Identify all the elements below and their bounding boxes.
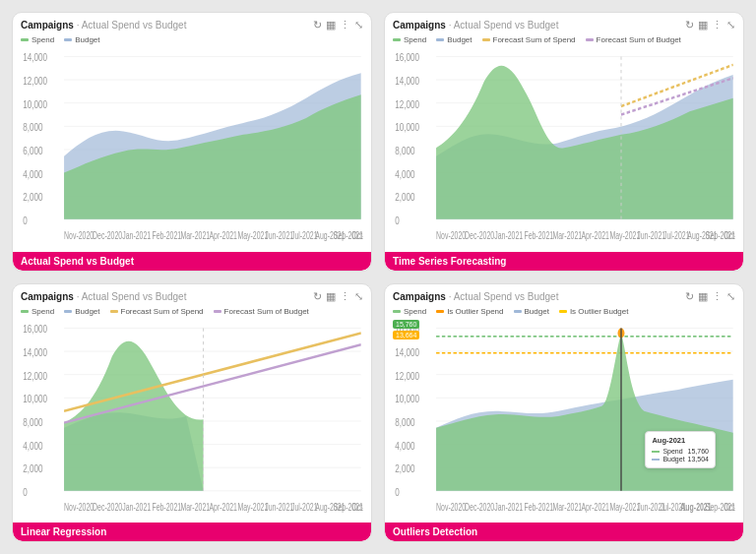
svg-text:Oct-2021: Oct-2021	[724, 230, 735, 242]
svg-text:Jan-2021: Jan-2021	[122, 230, 151, 242]
legend-forecast-spend-3: Forecast Sum of Spend	[110, 307, 204, 316]
svg-text:Dec-2020: Dec-2020	[465, 230, 494, 242]
expand-icon-3[interactable]: ⤡	[354, 290, 363, 303]
chart-header-1: Campaigns · Actual Spend vs Budget ↻ ▦ ⋮…	[13, 13, 371, 33]
svg-text:8,000: 8,000	[395, 415, 415, 428]
expand-icon[interactable]: ⤡	[354, 19, 363, 31]
svg-text:14,000: 14,000	[395, 75, 419, 88]
chart-area-4: 15,760 13,664 16,000 14,000 12,000 10,00…	[385, 318, 743, 523]
legend-budget-1: Budget	[64, 35, 99, 44]
outlier-tooltip: Aug-2021 Spend 15,760 Budget 13,504	[645, 431, 716, 468]
svg-text:6,000: 6,000	[23, 145, 43, 157]
legend-budget-3: Budget	[64, 307, 99, 316]
chart-svg-2: 16,000 14,000 12,000 10,000 8,000 4,000 …	[393, 48, 735, 248]
chart-header-2: Campaigns · Actual Spend vs Budget ↻ ▦ ⋮…	[385, 13, 743, 33]
bar-chart-icon-4[interactable]: ▦	[698, 290, 708, 303]
card-footer-2: Time Series Forecasting	[385, 252, 743, 271]
chart-legend-3: Spend Budget Forecast Sum of Spend Forec…	[13, 305, 371, 318]
chart-icons-3[interactable]: ↻ ▦ ⋮ ⤡	[313, 290, 363, 303]
svg-text:2,000: 2,000	[23, 462, 43, 474]
svg-text:Apr-2021: Apr-2021	[581, 501, 609, 513]
svg-text:Mar-2021: Mar-2021	[180, 501, 210, 513]
refresh-icon-2[interactable]: ↻	[685, 19, 694, 31]
svg-text:Jul-2021: Jul-2021	[291, 230, 318, 242]
svg-text:10,000: 10,000	[23, 97, 47, 110]
chart-svg-4: 16,000 14,000 12,000 10,000 8,000 4,000 …	[393, 320, 735, 520]
refresh-icon-4[interactable]: ↻	[685, 290, 694, 303]
expand-icon-2[interactable]: ⤡	[726, 19, 735, 31]
svg-text:Apr-2021: Apr-2021	[209, 501, 237, 513]
legend-forecast-spend-2: Forecast Sum of Spend	[482, 35, 576, 44]
svg-text:10,000: 10,000	[23, 392, 47, 404]
svg-text:14,000: 14,000	[395, 345, 419, 358]
svg-text:Nov-2020: Nov-2020	[436, 501, 466, 513]
svg-text:Oct-2021: Oct-2021	[724, 501, 735, 513]
svg-text:2,000: 2,000	[23, 191, 43, 204]
svg-text:12,000: 12,000	[23, 75, 47, 88]
svg-text:8,000: 8,000	[23, 415, 43, 428]
svg-text:Jun-2021: Jun-2021	[637, 230, 665, 242]
refresh-icon-3[interactable]: ↻	[313, 290, 322, 303]
svg-text:0: 0	[395, 485, 400, 498]
expand-icon-4[interactable]: ⤡	[726, 290, 735, 303]
svg-text:16,000: 16,000	[395, 51, 419, 64]
chart-legend-1: Spend Budget	[13, 33, 371, 46]
tooltip-title: Aug-2021	[652, 436, 709, 445]
svg-text:Jan-2021: Jan-2021	[122, 501, 151, 513]
flag-budget: 13,664	[393, 331, 419, 339]
svg-text:16,000: 16,000	[23, 323, 47, 336]
svg-text:Dec-2020: Dec-2020	[93, 230, 122, 242]
refresh-icon[interactable]: ↻	[313, 19, 322, 31]
svg-text:4,000: 4,000	[23, 439, 43, 452]
legend-spend-2: Spend	[393, 35, 426, 44]
svg-text:0: 0	[23, 214, 28, 226]
svg-text:Jun-2021: Jun-2021	[265, 501, 293, 513]
legend-outlier-budget-4: Is Outlier Budget	[559, 307, 629, 316]
svg-text:May-2021: May-2021	[237, 230, 268, 242]
svg-text:4,000: 4,000	[23, 167, 43, 180]
svg-text:12,000: 12,000	[23, 369, 47, 382]
svg-text:Jun-2021: Jun-2021	[265, 230, 293, 242]
chart-icons-1[interactable]: ↻ ▦ ⋮ ⤡	[313, 19, 363, 31]
more-icon-2[interactable]: ⋮	[712, 19, 723, 31]
svg-text:May-2021: May-2021	[609, 230, 640, 242]
legend-spend-3: Spend	[21, 307, 54, 316]
chart-icons-2[interactable]: ↻ ▦ ⋮ ⤡	[685, 19, 735, 31]
bar-chart-icon-2[interactable]: ▦	[698, 19, 708, 31]
chart-legend-4: Spend Is Outlier Spend Budget Is Outlier…	[385, 305, 743, 318]
bar-chart-icon-3[interactable]: ▦	[326, 290, 336, 303]
svg-text:Jul-2021: Jul-2021	[291, 501, 318, 513]
chart-svg-1: 14,000 12,000 10,000 8,000 6,000 4,000 2…	[21, 48, 363, 248]
legend-forecast-budget-3: Forecast Sum of Budget	[214, 307, 309, 316]
svg-text:May-2021: May-2021	[237, 501, 268, 513]
chart-area-2: 16,000 14,000 12,000 10,000 8,000 4,000 …	[385, 46, 743, 252]
chart-title-1: Campaigns · Actual Spend vs Budget	[21, 20, 186, 31]
svg-text:10,000: 10,000	[395, 392, 419, 404]
svg-text:Apr-2021: Apr-2021	[581, 230, 609, 242]
svg-text:Jul-2021: Jul-2021	[663, 230, 690, 242]
more-icon-4[interactable]: ⋮	[712, 290, 723, 303]
svg-text:10,000: 10,000	[395, 121, 419, 134]
svg-text:12,000: 12,000	[395, 97, 419, 110]
svg-text:Feb-2021: Feb-2021	[152, 501, 181, 513]
svg-text:Feb-2021: Feb-2021	[152, 230, 181, 242]
card-linear-regression: Campaigns · Actual Spend vs Budget ↻ ▦ ⋮…	[12, 283, 372, 543]
svg-text:Jan-2021: Jan-2021	[494, 230, 523, 242]
svg-text:Nov-2020: Nov-2020	[64, 501, 94, 513]
legend-spend-1: Spend	[21, 35, 54, 44]
tooltip-spend-row: Spend 15,760	[652, 448, 709, 455]
bar-chart-icon[interactable]: ▦	[326, 19, 336, 31]
svg-text:14,000: 14,000	[23, 51, 47, 64]
svg-text:Mar-2021: Mar-2021	[180, 230, 210, 242]
svg-text:Feb-2021: Feb-2021	[524, 230, 553, 242]
svg-text:12,000: 12,000	[395, 369, 419, 382]
more-icon[interactable]: ⋮	[340, 19, 350, 31]
more-icon-3[interactable]: ⋮	[340, 290, 350, 303]
svg-text:Mar-2021: Mar-2021	[552, 501, 582, 513]
card-outliers: Campaigns · Actual Spend vs Budget ↻ ▦ ⋮…	[384, 283, 744, 543]
svg-text:Oct-2021: Oct-2021	[351, 501, 363, 513]
card-footer-3: Linear Regression	[13, 523, 371, 541]
legend-forecast-budget-2: Forecast Sum of Budget	[586, 35, 681, 44]
chart-icons-4[interactable]: ↻ ▦ ⋮ ⤡	[685, 290, 735, 303]
chart-legend-2: Spend Budget Forecast Sum of Spend Forec…	[385, 33, 743, 46]
